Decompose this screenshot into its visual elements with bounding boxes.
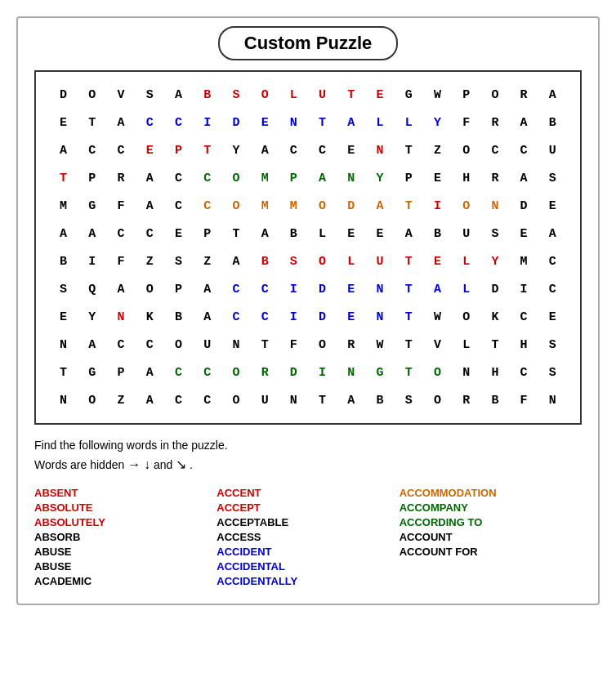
word-item: ABUSE [34, 560, 216, 573]
grid-cell: O [480, 82, 509, 108]
grid-cell: W [423, 304, 452, 330]
grid-cell: F [452, 109, 480, 136]
grid-cell: S [538, 332, 567, 358]
grid-cell: T [221, 221, 250, 247]
grid-cell: S [538, 165, 567, 191]
grid-cell: L [308, 221, 337, 247]
grid-cell: T [337, 82, 365, 108]
grid-cell: O [136, 276, 164, 302]
grid-row: NOZACCOUNTABSORBFN [49, 387, 567, 413]
grid-cell: D [49, 82, 78, 108]
grid-cell: O [251, 82, 279, 108]
grid-cell: I [193, 109, 221, 136]
grid-cell: E [510, 221, 538, 247]
grid-cell: A [538, 82, 567, 108]
word-item: ACCEPTABLE [216, 516, 399, 528]
grid-cell: A [49, 221, 78, 247]
grid-cell: M [510, 248, 538, 274]
grid-cell: V [423, 332, 452, 358]
grid-cell: T [49, 359, 78, 386]
word-item: ACCIDENTAL [216, 560, 399, 573]
grid-row: DOVSABSOLUTEGWPORA [49, 82, 567, 108]
grid-cell: Z [423, 137, 452, 163]
grid-cell: O [221, 165, 250, 191]
puzzle-border: DOVSABSOLUTEGWPORAETACCIDENTALLYFRABACCE… [34, 70, 582, 425]
grid-cell: P [106, 359, 135, 386]
grid-cell: T [78, 109, 106, 136]
grid-cell: Z [136, 248, 164, 274]
grid-cell: E [337, 221, 365, 247]
grid-cell: P [395, 165, 423, 191]
grid-cell: L [452, 276, 480, 302]
grid-cell: A [308, 165, 337, 191]
grid-cell: Y [221, 137, 250, 163]
grid-cell: O [221, 387, 250, 413]
grid-cell: B [193, 82, 221, 108]
grid-cell: A [49, 137, 78, 163]
grid-cell: A [538, 221, 567, 247]
grid-cell: E [49, 109, 78, 136]
grid-cell: C [279, 137, 308, 163]
grid-cell: N [365, 137, 394, 163]
word-column-2: ACCOMMODATIONACCOMPANYACCORDING TOACCOUN… [400, 487, 582, 587]
grid-cell: O [221, 193, 250, 219]
page-container: Custom Puzzle DOVSABSOLUTEGWPORAETACCIDE… [16, 16, 600, 605]
word-item: ACADEMIC [34, 575, 216, 587]
grid-cell: U [193, 332, 221, 358]
grid-cell: C [106, 332, 135, 358]
grid-cell: C [164, 165, 193, 191]
grid-cell: W [365, 332, 394, 358]
grid-cell: A [221, 248, 250, 274]
grid-cell: R [106, 165, 135, 191]
grid-cell: L [337, 248, 365, 274]
grid-cell: O [452, 137, 480, 163]
grid-cell: C [251, 304, 279, 330]
grid-cell: C [193, 359, 221, 386]
grid-cell: C [193, 165, 221, 191]
grid-cell: K [136, 304, 164, 330]
grid-cell: U [538, 137, 567, 163]
grid-cell: N [452, 359, 480, 386]
grid-cell: H [480, 359, 509, 386]
grid-cell: D [221, 109, 250, 136]
word-item: ACCIDENTALLY [216, 575, 399, 587]
grid-cell: A [78, 221, 106, 247]
word-item: ACCESS [216, 531, 399, 543]
grid-cell: E [365, 82, 394, 108]
grid-cell: A [136, 387, 164, 413]
grid-cell: E [337, 137, 365, 163]
grid-cell: U [251, 387, 279, 413]
grid-cell: N [480, 193, 509, 219]
grid-cell: N [49, 332, 78, 358]
grid-cell: N [106, 304, 135, 330]
instruction-line1: Find the following words in the puzzle. [34, 436, 582, 454]
grid-cell: M [49, 193, 78, 219]
grid-row: BIFZSZABSOLUTELYMC [49, 248, 567, 274]
grid-cell: E [337, 276, 365, 302]
grid-cell: E [365, 221, 394, 247]
instruction-text: Words are hidden [34, 458, 124, 471]
grid-cell: C [193, 387, 221, 413]
instruction-line2: Words are hidden → ↓ and ↘ . [34, 454, 582, 475]
word-item: ACCENT [216, 487, 399, 499]
grid-cell: O [221, 359, 250, 386]
grid-cell: I [279, 276, 308, 302]
grid-cell: L [395, 109, 423, 136]
grid-cell: D [337, 193, 365, 219]
puzzle-title: Custom Puzzle [218, 26, 398, 60]
grid-cell: P [452, 82, 480, 108]
grid-cell: A [251, 137, 279, 163]
instructions: Find the following words in the puzzle. … [34, 436, 582, 475]
word-item: ABSOLUTELY [34, 516, 216, 528]
grid-cell: U [365, 248, 394, 274]
grid-cell: C [221, 276, 250, 302]
grid-cell: R [337, 332, 365, 358]
grid-cell: T [395, 304, 423, 330]
grid-cell: T [193, 137, 221, 163]
grid-cell: T [395, 276, 423, 302]
grid-cell: P [164, 276, 193, 302]
grid-cell: T [308, 387, 337, 413]
grid-cell: R [452, 387, 480, 413]
title-container: Custom Puzzle [34, 26, 582, 60]
grid-cell: E [49, 304, 78, 330]
